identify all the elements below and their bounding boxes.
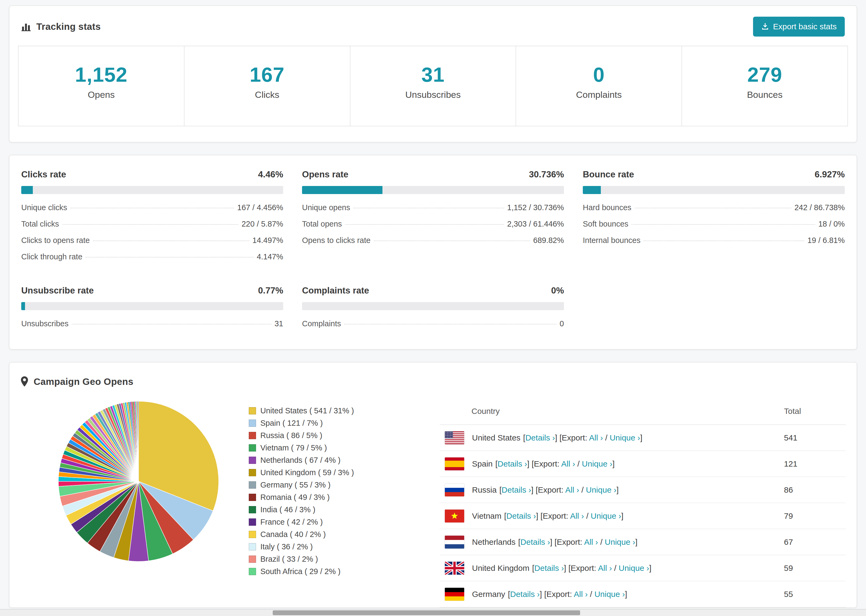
details-link[interactable]: Details › [498,459,527,468]
export-unique-link[interactable]: Unique › [619,564,649,572]
country-cell: Netherlands[Details ›] [Export: All › / … [472,537,784,547]
link-bracket-text: / [598,537,605,546]
flag-ru-icon [444,483,464,497]
link-bracket-text: / [584,511,590,520]
link-bracket-text: ] [Export: [531,486,565,494]
link-bracket-text: ] [Export: [540,590,574,599]
country-name: Vietnam [472,511,502,520]
details-link[interactable]: Details › [510,590,540,599]
geo-header: Campaign Geo Opens [20,376,846,387]
link-bracket-text: ] [635,537,638,546]
legend-color-swatch [249,457,256,464]
legend-label: South Africa ( 29 / 2% ) [260,567,340,576]
flag-us-icon [444,431,464,445]
export-all-link[interactable]: All › [570,511,584,520]
rate-stat-label: Complaints [302,319,341,328]
rate-title: Complaints rate [302,285,369,295]
country-name: Netherlands [472,537,516,546]
rate-stat-row: Click through rate 4.147% [21,248,283,265]
stat-box: 1,152 Opens [19,46,184,126]
export-all-link[interactable]: All › [565,486,579,494]
legend-item: Brazil ( 33 / 2% ) [249,555,394,564]
table-row: Netherlands[Details ›] [Export: All › / … [440,529,846,555]
rate-section: Unsubscribe rate 0.77% Unsubscribes 31 [21,285,283,332]
geo-table-header: Country Total [440,398,846,425]
country-cell: Germany[Details ›] [Export: All › / Uniq… [472,590,784,599]
rate-stat-label: Unique opens [302,203,350,212]
export-all-link[interactable]: All › [584,537,598,546]
country-name: United Kingdom [472,564,529,572]
details-link[interactable]: Details › [520,537,550,546]
rate-stat-label: Internal bounces [583,236,640,245]
country-name: United States [472,433,520,442]
rate-stat-row: Hard bounces 242 / 86.738% [583,200,845,216]
legend-item: Romania ( 49 / 3% ) [249,493,394,502]
export-all-link[interactable]: All › [574,590,587,599]
rate-stat-label: Opens to clicks rate [302,236,371,245]
link-bracket-text: ] [640,433,642,442]
progress-bar-fill [21,302,25,310]
rate-rows: Unique opens 1,152 / 30.736% Total opens… [302,200,564,248]
legend-item: Spain ( 121 / 7% ) [249,419,394,427]
details-link[interactable]: Details › [525,433,555,442]
legend-label: Spain ( 121 / 7% ) [260,419,323,427]
rate-title: Unsubscribe rate [21,285,94,295]
total-value: 541 [784,433,846,442]
campaign-geo-opens-card: Campaign Geo Opens United States ( 541 /… [9,362,857,608]
country-name: Germany [472,590,505,599]
dotted-leader [353,208,504,208]
export-unique-link[interactable]: Unique › [586,486,616,494]
rates-card: Clicks rate 4.46% Unique clicks 167 / 4.… [9,155,857,350]
rate-head: Complaints rate 0% [302,285,564,295]
horizontal-scrollbar-track[interactable] [0,609,866,616]
legend-item: India ( 46 / 3% ) [249,505,394,514]
export-unique-link[interactable]: Unique › [605,537,635,546]
details-link[interactable]: Details › [506,511,536,520]
legend-item: South Africa ( 29 / 2% ) [249,567,394,576]
details-link[interactable]: Details › [534,564,564,572]
export-all-link[interactable]: All › [561,459,575,468]
rate-stat-value: 167 / 4.456% [237,203,283,212]
legend-label: Romania ( 49 / 3% ) [260,493,330,502]
rates-grid: Clicks rate 4.46% Unique clicks 167 / 4.… [21,169,845,332]
link-bracket-text: [ [504,511,506,520]
rate-stat-row: Internal bounces 19 / 6.81% [583,232,845,248]
rate-stat-value: 19 / 6.81% [808,236,845,245]
stat-label: Opens [21,90,181,100]
export-basic-stats-button[interactable]: Export basic stats [753,17,845,36]
export-all-link[interactable]: All › [589,433,603,442]
export-all-link[interactable]: All › [598,564,612,572]
geo-pie-chart [20,398,222,566]
link-bracket-text: / [587,590,594,599]
details-link[interactable]: Details › [502,486,531,494]
legend-color-swatch [249,407,256,415]
stat-box: 31 Unsubscribes [350,46,516,126]
legend-item: Canada ( 40 / 2% ) [249,530,394,539]
country-name: Russia [472,486,497,494]
legend-color-swatch [249,494,256,501]
dotted-leader [644,240,804,241]
dotted-leader [374,240,530,241]
country-cell: United Kingdom[Details ›] [Export: All ›… [472,564,784,573]
link-bracket-text: [ [508,590,510,599]
legend-item: United States ( 541 / 31% ) [249,406,394,415]
legend-item: Italy ( 36 / 2% ) [249,542,394,551]
export-unique-link[interactable]: Unique › [610,433,640,442]
rate-title: Bounce rate [583,169,634,179]
link-bracket-text: [ [495,459,498,468]
horizontal-scrollbar-thumb[interactable] [273,610,580,615]
legend-label: Canada ( 40 / 2% ) [260,530,326,539]
legend-label: France ( 42 / 2% ) [260,518,323,526]
dotted-leader [631,224,815,225]
rate-stat-row: Soft bounces 18 / 0% [583,216,845,232]
stat-box: 0 Complaints [516,46,682,126]
legend-color-swatch [249,556,256,563]
export-unique-link[interactable]: Unique › [582,459,612,468]
rate-section: Opens rate 30.736% Unique opens 1,152 / … [302,169,564,265]
export-unique-link[interactable]: Unique › [590,511,621,520]
total-value: 121 [784,459,846,468]
legend-color-swatch [249,506,256,513]
flag-vn-icon [444,509,464,523]
link-bracket-text: / [612,564,619,572]
export-unique-link[interactable]: Unique › [594,590,625,599]
